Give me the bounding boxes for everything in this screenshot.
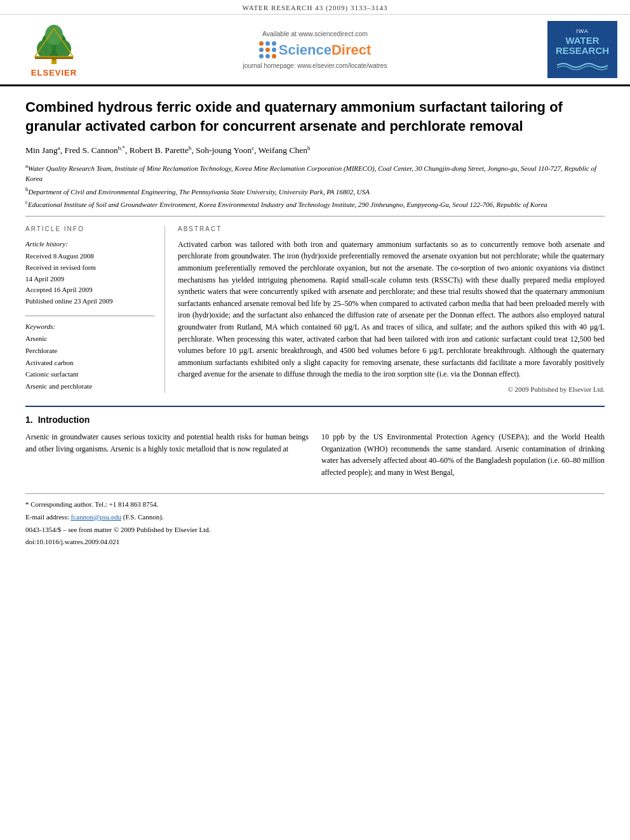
intro-col-right: 10 ppb by the US Environmental Protectio… bbox=[321, 431, 605, 478]
authors-line: Min Janga, Fred S. Cannonb,*, Robert B. … bbox=[25, 144, 605, 156]
sciencedirect-area: Available at www.sciencedirect.com bbox=[95, 30, 535, 69]
wr-waves-icon bbox=[557, 59, 608, 72]
wr-title: WATER RESEARCH bbox=[556, 36, 609, 57]
abstract-column: ABSTRACT Activated carbon was tailored w… bbox=[178, 225, 605, 393]
affiliations: aWater Quality Research Team, Institute … bbox=[25, 162, 605, 210]
sciencedirect-text: ScienceDirect bbox=[279, 42, 372, 58]
email-link[interactable]: fcannon@psu.edu bbox=[70, 513, 121, 521]
author-4: Soh-joung Yoonc bbox=[196, 145, 254, 155]
svg-text:⚜: ⚜ bbox=[52, 58, 56, 63]
article-history: Article history: Received 8 August 2008 … bbox=[25, 239, 154, 307]
water-research-logo: IWA WATER RESEARCH bbox=[547, 21, 617, 78]
keywords-section: Keywords: Arsenic Perchlorate Activated … bbox=[25, 323, 154, 392]
doi-note: doi:10.1016/j.watres.2009.04.021 bbox=[25, 537, 605, 548]
intro-col-left: Arsenic in groundwater causes serious to… bbox=[25, 431, 309, 478]
section-heading: 1. Introduction bbox=[25, 415, 605, 425]
copyright-notice: © 2009 Published by Elsevier Ltd. bbox=[178, 385, 605, 393]
keyword-cationic-surfactant: Cationic surfactant bbox=[25, 368, 154, 380]
keywords-separator bbox=[25, 316, 154, 316]
affiliation-c: cEducational Institute of Soil and Groun… bbox=[25, 198, 605, 210]
separator-line bbox=[25, 216, 605, 217]
water-research-logo-area: IWA WATER RESEARCH bbox=[535, 21, 617, 78]
sciencedirect-logo: ScienceDirect bbox=[259, 41, 372, 58]
info-abstract-columns: ARTICLE INFO Article history: Received 8… bbox=[25, 225, 605, 393]
introduction-columns: Arsenic in groundwater causes serious to… bbox=[25, 431, 605, 478]
affiliation-b: bDepartment of Civil and Environmental E… bbox=[25, 185, 605, 197]
elsevier-tree-icon: ⚜ bbox=[29, 22, 79, 67]
journal-banner: ⚜ ELSEVIER Available at www.sciencedirec… bbox=[0, 15, 630, 86]
keyword-arsenic-perchlorate: Arsenic and perchlorate bbox=[25, 380, 154, 392]
introduction-section: 1. Introduction Arsenic in groundwater c… bbox=[25, 406, 605, 478]
elsevier-logo: ⚜ ELSEVIER bbox=[13, 22, 95, 77]
abstract-text: Activated carbon was tailored with both … bbox=[178, 239, 605, 380]
keyword-perchlorate: Perchlorate bbox=[25, 345, 154, 357]
author-3: Robert B. Paretteb bbox=[130, 145, 192, 155]
sd-dots-icon bbox=[259, 41, 276, 58]
sciencedirect-container: Available at www.sciencedirect.com bbox=[95, 30, 535, 69]
issn-note: 0043-1354/$ – see front matter © 2009 Pu… bbox=[25, 524, 605, 536]
footer-notes: * Corresponding author. Tel.: +1 814 863… bbox=[25, 493, 605, 547]
affiliation-a: aWater Quality Research Team, Institute … bbox=[25, 162, 605, 184]
author-2: Fred S. Cannonb,* bbox=[64, 145, 125, 155]
keyword-activated-carbon: Activated carbon bbox=[25, 357, 154, 369]
article-info-column: ARTICLE INFO Article history: Received 8… bbox=[25, 225, 165, 393]
elsevier-logo-area: ⚜ ELSEVIER bbox=[13, 22, 95, 77]
author-5: Weifang Chenb bbox=[258, 145, 311, 155]
article-title: Combined hydrous ferric oxide and quater… bbox=[25, 98, 605, 135]
article-content: Combined hydrous ferric oxide and quater… bbox=[0, 98, 630, 548]
author-1: Min Janga bbox=[25, 145, 60, 155]
corresponding-author-note: * Corresponding author. Tel.: +1 814 863… bbox=[25, 499, 605, 510]
email-note: E-mail address: fcannon@psu.edu (F.S. Ca… bbox=[25, 512, 605, 523]
journal-header: WATER RESEARCH 43 (2009) 3133–3143 bbox=[0, 0, 630, 15]
keyword-arsenic: Arsenic bbox=[25, 333, 154, 345]
